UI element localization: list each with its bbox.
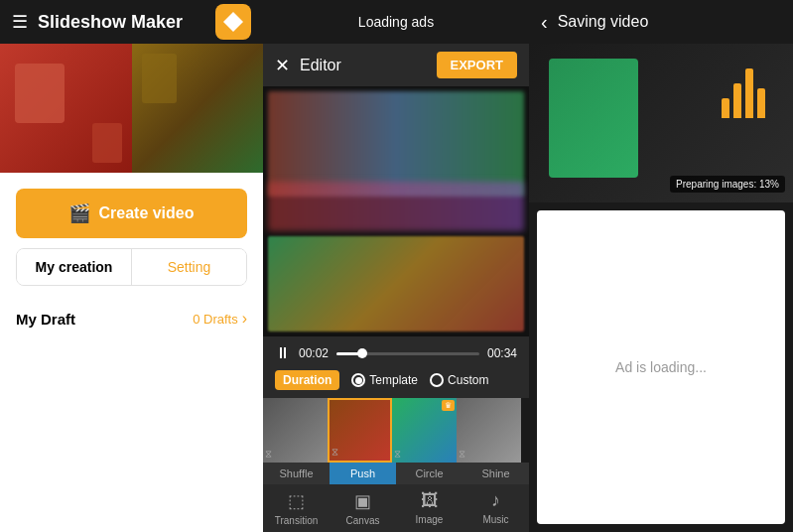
custom-radio-label: Custom — [448, 373, 488, 387]
chart-icon — [714, 64, 773, 123]
my-draft-title: My Draft — [16, 311, 75, 328]
progress-track[interactable] — [336, 352, 479, 355]
fx-overlay-2: ⧖ — [331, 447, 338, 459]
image-label: Image — [416, 514, 444, 525]
push-button[interactable]: Push — [330, 463, 396, 484]
controls-bar: ⏸ 00:02 00:34 Duration Template Custom — [263, 336, 529, 398]
custom-radio-circle[interactable] — [430, 373, 444, 387]
my-creation-tab[interactable]: My creation — [17, 249, 131, 285]
time-current: 00:02 — [299, 346, 329, 360]
tool-music[interactable]: ♪ Music — [463, 490, 529, 526]
transition-label: Transition — [275, 515, 319, 526]
custom-radio[interactable]: Custom — [430, 373, 488, 387]
crown-badge-3: ♛ — [442, 400, 455, 411]
right-panel: ‹ Saving video Preparing images: 13% Ad … — [529, 0, 793, 532]
export-button[interactable]: EXPORT — [437, 52, 517, 78]
thumb-inner-2 — [330, 400, 390, 461]
logo-diamond-icon — [223, 12, 243, 32]
pause-button[interactable]: ⏸ — [275, 344, 291, 362]
progress-thumb[interactable] — [357, 348, 367, 358]
canvas-label: Canvas — [346, 515, 380, 526]
saving-preview: Preparing images: 13% — [529, 44, 793, 202]
middle-header: Loading ads — [263, 0, 529, 44]
fx-overlay-3: ⧖ — [394, 449, 401, 461]
ad-loading-text: Ad is loading... — [615, 359, 707, 375]
loading-ads-text: Loading ads — [358, 14, 434, 30]
thumb-inner-1 — [263, 398, 328, 463]
template-radio-circle[interactable] — [351, 373, 365, 387]
chevron-right-icon: › — [242, 310, 247, 328]
hamburger-icon[interactable]: ☰ — [12, 11, 28, 33]
saving-anime-frame — [549, 59, 638, 178]
app-title: Slideshow Maker — [38, 12, 205, 33]
film-icon: 🎬 — [68, 202, 90, 224]
shuffle-button[interactable]: Shuffle — [263, 463, 330, 484]
blur-overlay-3 — [268, 236, 524, 332]
saving-video-frame: Preparing images: 13% — [529, 44, 793, 202]
back-icon[interactable]: ‹ — [541, 11, 548, 34]
transition-buttons: Shuffle Push Circle Shine — [263, 463, 529, 484]
preparing-overlay: Preparing images: 13% — [670, 176, 785, 193]
right-header: ‹ Saving video — [529, 0, 793, 44]
circle-button[interactable]: Circle — [396, 463, 463, 484]
banner-images — [0, 44, 263, 173]
template-radio-label: Template — [369, 373, 418, 387]
editor-title: Editor — [300, 57, 427, 74]
left-header: ☰ Slideshow Maker — [0, 0, 263, 44]
tool-transition[interactable]: ⬚ Transition — [263, 490, 330, 526]
playback-row: ⏸ 00:02 00:34 — [275, 344, 517, 362]
draft-count-text: 0 Drafts — [193, 312, 238, 327]
template-radio[interactable]: Template — [351, 373, 418, 387]
close-icon[interactable]: ✕ — [275, 55, 290, 76]
thumb-item-1[interactable]: ⧖ — [263, 398, 328, 463]
canvas-icon: ▣ — [354, 490, 371, 512]
preparing-text: Preparing images: 13% — [676, 179, 779, 190]
blur-overlay-2 — [268, 182, 524, 231]
saving-title: Saving video — [558, 13, 649, 31]
blur-overlay-1 — [268, 91, 524, 197]
thumb-inner-4 — [457, 398, 521, 463]
thumbnail-strip: ⧖ ⧖ ♛ ⧖ ⧖ — [263, 398, 529, 463]
thumb-item-2[interactable]: ⧖ — [328, 398, 392, 463]
draft-row: My Draft 0 Drafts › — [0, 302, 263, 335]
shine-button[interactable]: Shine — [463, 463, 529, 484]
duration-row: Duration Template Custom — [275, 370, 517, 390]
music-icon: ♪ — [491, 490, 500, 511]
left-panel: ☰ Slideshow Maker 🎬 Create video My crea… — [0, 0, 263, 532]
middle-panel: Loading ads ✕ Editor EXPORT ⏸ 00:02 00:3… — [263, 0, 529, 532]
fx-overlay-4: ⧖ — [459, 449, 465, 461]
duration-badge[interactable]: Duration — [275, 370, 339, 390]
image-icon: 🖼 — [421, 490, 439, 511]
tab-row: My creation Setting — [16, 248, 247, 286]
create-video-button[interactable]: 🎬 Create video — [16, 189, 247, 238]
bottom-toolbar: ⬚ Transition ▣ Canvas 🖼 Image ♪ Music — [263, 484, 529, 532]
fx-overlay-1: ⧖ — [265, 449, 272, 461]
banner-image-1 — [0, 44, 132, 173]
chart-bar-4 — [757, 88, 765, 118]
editor-bar: ✕ Editor EXPORT — [263, 44, 529, 86]
chart-bar-2 — [733, 83, 741, 118]
tool-canvas[interactable]: ▣ Canvas — [330, 490, 396, 526]
create-video-label: Create video — [98, 204, 194, 222]
transition-icon: ⬚ — [288, 490, 305, 512]
music-label: Music — [482, 514, 508, 525]
setting-tab[interactable]: Setting — [132, 249, 246, 285]
thumb-item-4[interactable]: ⧖ — [457, 398, 521, 463]
thumb-item-3[interactable]: ♛ ⧖ — [392, 398, 457, 463]
video-preview — [263, 86, 529, 336]
app-logo — [215, 4, 251, 40]
chart-bar-1 — [722, 98, 729, 118]
time-total: 00:34 — [487, 346, 517, 360]
chart-bar-3 — [745, 68, 753, 118]
ad-box: Ad is loading... — [537, 210, 785, 524]
tool-image[interactable]: 🖼 Image — [396, 490, 463, 526]
banner-image-2 — [132, 44, 264, 173]
draft-count-row[interactable]: 0 Drafts › — [193, 310, 247, 328]
